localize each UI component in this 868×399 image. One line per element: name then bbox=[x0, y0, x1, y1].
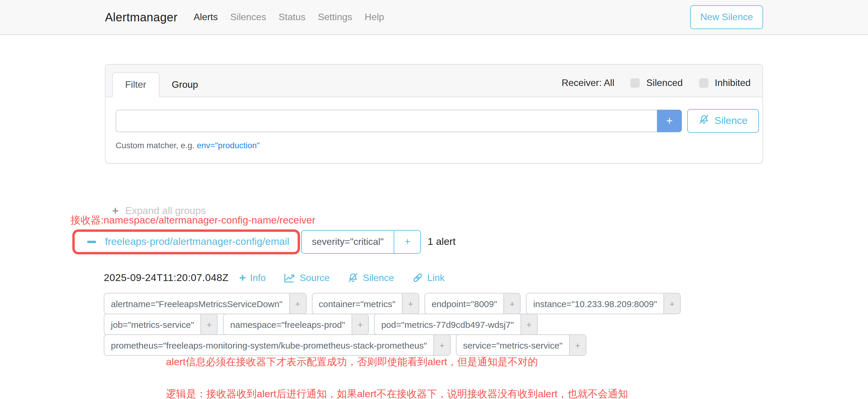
hint-example-link[interactable]: env="production" bbox=[197, 141, 260, 150]
alert-link-link[interactable]: Link bbox=[412, 272, 445, 283]
add-label-filter-button[interactable]: + bbox=[663, 294, 680, 314]
receiver-group-row: freeleaps-prod/alertmanager-config/email… bbox=[72, 229, 456, 254]
collapse-minus-icon[interactable] bbox=[87, 241, 96, 243]
info-link-label: Info bbox=[250, 272, 266, 283]
label-value: endpoint="8009" bbox=[425, 294, 504, 314]
label-value: job="metrics-service" bbox=[104, 314, 201, 334]
label-value: service="metrics-service" bbox=[457, 335, 569, 355]
screen: Alertmanager Alerts Silences Status Sett… bbox=[0, 0, 868, 399]
matcher-hint: Custom matcher, e.g. env="production" bbox=[116, 141, 759, 150]
label-row: prometheus="freeleaps-monitoring-system/… bbox=[104, 334, 768, 356]
add-label-filter-button[interactable]: + bbox=[569, 335, 586, 355]
matcher-row: + Silence bbox=[116, 110, 759, 133]
label-chip-job: job="metrics-service" + bbox=[104, 314, 218, 335]
alert-silence-link[interactable]: Silence bbox=[347, 272, 394, 283]
silence-button-label: Silence bbox=[714, 115, 748, 127]
label-chip-prometheus: prometheus="freeleaps-monitoring-system/… bbox=[104, 334, 451, 356]
new-silence-button[interactable]: New Silence bbox=[690, 5, 763, 29]
add-label-filter-button[interactable]: + bbox=[351, 314, 368, 334]
chart-line-icon bbox=[284, 272, 296, 283]
top-navbar: Alertmanager Alerts Silences Status Sett… bbox=[0, 0, 868, 35]
add-group-matcher-button[interactable]: + bbox=[394, 231, 421, 253]
bell-slash-icon bbox=[699, 114, 710, 128]
annotation-highlight-box: freeleaps-prod/alertmanager-config/email bbox=[72, 229, 300, 254]
inhibited-checkbox[interactable] bbox=[699, 78, 708, 87]
tab-filter[interactable]: Filter bbox=[112, 72, 159, 97]
nav-item-help[interactable]: Help bbox=[365, 12, 384, 23]
group-matcher-label: severity="critical" bbox=[302, 231, 394, 253]
filter-card-body: + Silence Custom matcher, e.g. bbox=[105, 97, 763, 163]
label-row: alertname="FreeleapsMetricsServiceDown" … bbox=[104, 293, 768, 314]
silence-from-filter-button[interactable]: Silence bbox=[687, 109, 759, 133]
label-chip-pod: pod="metrics-77d9cdb497-wdsj7" + bbox=[374, 314, 537, 335]
alert-timestamp: 2025-09-24T11:20:07.048Z bbox=[104, 272, 228, 284]
label-chip-namespace: namespace="freeleaps-prod" + bbox=[223, 314, 369, 335]
label-chip-container: container="metrics" + bbox=[312, 293, 419, 314]
nav-item-alerts[interactable]: Alerts bbox=[193, 12, 218, 23]
silenced-checkbox[interactable] bbox=[630, 78, 640, 87]
label-chip-endpoint: endpoint="8009" + bbox=[425, 293, 521, 314]
label-value: pod="metrics-77d9cdb497-wdsj7" bbox=[375, 314, 520, 334]
bell-slash-icon bbox=[347, 272, 359, 283]
group-matcher-chip: severity="critical" + bbox=[301, 230, 421, 254]
filter-card-header: Filter Group Receiver: All Silenced Inhi… bbox=[105, 65, 763, 97]
link-link-label: Link bbox=[427, 272, 445, 283]
label-chip-instance: instance="10.233.98.209:8009" + bbox=[526, 293, 681, 314]
annotation-receiver-note: 接收器:namespace/altermanager-config-name/r… bbox=[70, 213, 315, 227]
label-value: prometheus="freeleaps-monitoring-system/… bbox=[104, 335, 433, 355]
silence-link-label: Silence bbox=[363, 272, 394, 283]
annotation-logic-line1: 逻辑是：接收器收到alert后进行通知，如果alert不在接收器下，说明接收器没… bbox=[166, 387, 628, 399]
page-content: Filter Group Receiver: All Silenced Inhi… bbox=[0, 64, 868, 399]
alert-meta-row: 2025-09-24T11:20:07.048Z + Info Source bbox=[104, 270, 445, 285]
navbar-container: Alertmanager Alerts Silences Status Sett… bbox=[105, 5, 763, 29]
label-chip-service: service="metrics-service" + bbox=[456, 334, 586, 356]
app-title: Alertmanager bbox=[105, 10, 178, 24]
alert-labels: alertname="FreeleapsMetricsServiceDown" … bbox=[104, 293, 768, 355]
label-chip-alertname: alertname="FreeleapsMetricsServiceDown" … bbox=[104, 293, 306, 314]
add-matcher-button[interactable]: + bbox=[657, 110, 682, 132]
inhibited-checkbox-label[interactable]: Inhibited bbox=[715, 78, 751, 88]
annotation-config-note: alert信息必须在接收器下才表示配置成功，否则即使能看到alert，但是通知是… bbox=[166, 355, 538, 369]
alert-count: 1 alert bbox=[428, 236, 456, 248]
tab-group[interactable]: Group bbox=[159, 72, 211, 97]
silenced-checkbox-label[interactable]: Silenced bbox=[646, 78, 683, 88]
link-icon bbox=[412, 272, 423, 283]
hint-text: Custom matcher, e.g. bbox=[116, 141, 194, 150]
label-value: instance="10.233.98.209:8009" bbox=[527, 294, 664, 314]
alert-actions: + Info Source bbox=[239, 272, 445, 283]
nav-item-status[interactable]: Status bbox=[279, 12, 306, 23]
receiver-group-link[interactable]: freeleaps-prod/alertmanager-config/email bbox=[105, 236, 289, 248]
add-label-filter-button[interactable]: + bbox=[402, 294, 418, 314]
add-label-filter-button[interactable]: + bbox=[289, 294, 306, 314]
add-label-filter-button[interactable]: + bbox=[520, 314, 537, 334]
add-label-filter-button[interactable]: + bbox=[433, 335, 450, 355]
add-label-filter-button[interactable]: + bbox=[504, 294, 520, 314]
label-value: namespace="freeleaps-prod" bbox=[224, 314, 351, 334]
plus-icon: + bbox=[239, 273, 246, 282]
label-value: container="metrics" bbox=[312, 294, 402, 314]
label-value: alertname="FreeleapsMetricsServiceDown" bbox=[104, 294, 289, 314]
nav-item-settings[interactable]: Settings bbox=[318, 12, 352, 23]
source-link-label: Source bbox=[300, 272, 330, 283]
filter-card: Filter Group Receiver: All Silenced Inhi… bbox=[105, 64, 763, 164]
annotation-logic-note: 逻辑是：接收器收到alert后进行通知，如果alert不在接收器下，说明接收器没… bbox=[166, 387, 628, 399]
alert-info-link[interactable]: + Info bbox=[239, 272, 266, 283]
receiver-filter[interactable]: Receiver: All bbox=[561, 78, 614, 88]
matcher-input[interactable] bbox=[116, 110, 657, 132]
label-row: job="metrics-service" + namespace="freel… bbox=[104, 314, 768, 335]
filter-options: Receiver: All Silenced Inhibited bbox=[561, 69, 751, 97]
add-label-filter-button[interactable]: + bbox=[201, 314, 217, 334]
nav-item-silences[interactable]: Silences bbox=[230, 12, 266, 23]
alert-source-link[interactable]: Source bbox=[284, 272, 330, 283]
